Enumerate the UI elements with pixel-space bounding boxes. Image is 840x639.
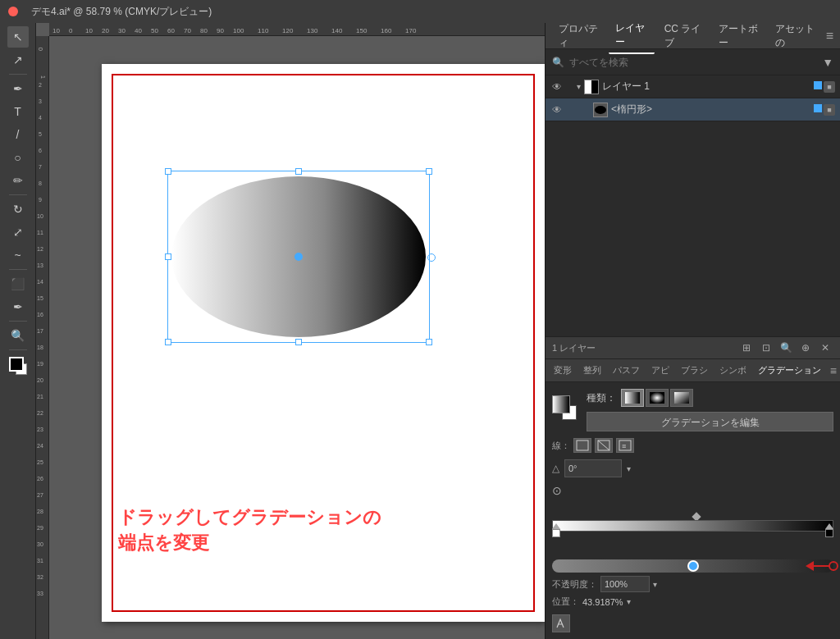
gradient-panel-tabs: 変形 整列 パスフ アピ ブラシ シンボ グラデーション ≡ bbox=[546, 359, 840, 382]
annotation-text: ドラッグしてグラデーションの 端点を変更 bbox=[118, 505, 381, 556]
svg-text:11: 11 bbox=[37, 230, 43, 235]
gradient-stop-left[interactable] bbox=[552, 523, 560, 537]
pen-tool[interactable]: ✒ bbox=[7, 78, 29, 99]
direct-selection-tool[interactable]: ↗ bbox=[7, 49, 29, 71]
warp-tool[interactable]: ~ bbox=[7, 244, 29, 266]
layer-color-ellipse bbox=[814, 104, 822, 112]
panel-menu-icon[interactable]: ≡ bbox=[826, 29, 833, 43]
title-bar: デモ4.ai* @ 58.79 % (CMYK/プレビュー) bbox=[0, 0, 840, 23]
tab-brushes[interactable]: ブラシ bbox=[676, 363, 713, 378]
svg-text:110: 110 bbox=[258, 27, 269, 34]
angle-dropdown[interactable]: ▾ bbox=[627, 464, 631, 473]
footer-delete-layer[interactable]: ✕ bbox=[817, 340, 833, 356]
svg-text:19: 19 bbox=[37, 361, 43, 367]
layer-thumb-btn-ellipse[interactable]: ■ bbox=[824, 104, 835, 116]
position-slider-thumb[interactable] bbox=[687, 560, 699, 572]
eye-icon-ellipse[interactable]: 👁 bbox=[550, 103, 564, 116]
search-input[interactable] bbox=[569, 57, 817, 68]
stroke-label: 線： bbox=[552, 440, 570, 452]
svg-text:0: 0 bbox=[37, 47, 44, 51]
gradient-tool[interactable]: ⬛ bbox=[7, 273, 29, 294]
svg-text:100: 100 bbox=[233, 27, 244, 34]
right-panel: プロパティ レイヤー CC ライブ アートボー アセットの ≡ 🔍 ▼ 👁 ▾ … bbox=[545, 23, 840, 639]
rotate-tool[interactable]: ↻ bbox=[7, 199, 29, 220]
fill-icon[interactable] bbox=[552, 395, 577, 420]
scale-tool[interactable]: ⤢ bbox=[7, 221, 29, 243]
radial-gradient-btn[interactable] bbox=[646, 389, 669, 407]
opacity-label: 不透明度： bbox=[552, 578, 597, 591]
svg-text:130: 130 bbox=[307, 27, 318, 34]
foreground-color[interactable] bbox=[9, 357, 27, 375]
zoom-tool[interactable]: 🔍 bbox=[7, 325, 29, 346]
gradient-type-row: 種類： グラデーションを bbox=[552, 389, 833, 431]
arrow-head-icon bbox=[806, 561, 814, 571]
tool-separator-5 bbox=[9, 349, 27, 350]
stroke-btn-3[interactable]: ≡ bbox=[616, 438, 634, 453]
svg-text:6: 6 bbox=[39, 148, 42, 153]
tab-align[interactable]: 整列 bbox=[578, 363, 606, 378]
position-slider-track[interactable] bbox=[552, 559, 833, 573]
canvas-area[interactable]: 10 0 10 20 30 40 50 60 70 80 90 100 110 … bbox=[36, 23, 545, 639]
filter-icon[interactable]: ▼ bbox=[822, 56, 833, 69]
color-swatches-area bbox=[9, 357, 27, 375]
svg-text:3: 3 bbox=[39, 98, 42, 104]
svg-text:18: 18 bbox=[37, 345, 43, 350]
stroke-btn-2[interactable] bbox=[595, 438, 613, 453]
link-icon[interactable]: ⊙ bbox=[552, 484, 562, 497]
tab-transform[interactable]: 変形 bbox=[549, 363, 577, 378]
gradient-panel-menu[interactable]: ≡ bbox=[830, 364, 837, 377]
freeform-gradient-btn[interactable] bbox=[670, 389, 693, 407]
position-slider-row bbox=[552, 559, 833, 573]
stroke-btn-1[interactable] bbox=[573, 438, 591, 453]
svg-text:40: 40 bbox=[135, 27, 142, 34]
tab-appearance[interactable]: アピ bbox=[646, 363, 674, 378]
paintbrush-tool[interactable]: ✏ bbox=[7, 170, 29, 191]
footer-make-sublayer[interactable]: ⊞ bbox=[738, 340, 755, 356]
svg-text:70: 70 bbox=[184, 27, 191, 34]
position-dropdown[interactable]: ▾ bbox=[627, 597, 631, 606]
svg-text:160: 160 bbox=[381, 27, 392, 34]
gradient-center-handle[interactable] bbox=[294, 253, 303, 261]
footer-export[interactable]: ⊡ bbox=[758, 340, 774, 356]
stroke-row: 線： ≡ bbox=[552, 438, 833, 453]
footer-zoom[interactable]: 🔍 bbox=[778, 340, 794, 356]
selection-tool[interactable]: ↖ bbox=[7, 26, 29, 48]
tab-gradient[interactable]: グラデーション bbox=[753, 363, 826, 378]
end-stop-marker[interactable] bbox=[829, 561, 838, 571]
tab-symbols[interactable]: シンボ bbox=[714, 363, 751, 378]
type-controls: 種類： グラデーションを bbox=[587, 389, 833, 431]
footer-add-layer[interactable]: ⊕ bbox=[797, 340, 814, 356]
svg-text:26: 26 bbox=[37, 476, 43, 482]
opacity-dropdown[interactable]: ▾ bbox=[653, 580, 657, 589]
layer-color-1 bbox=[814, 81, 822, 89]
shape-tool[interactable]: ○ bbox=[7, 147, 29, 168]
linear-gradient-btn[interactable] bbox=[621, 389, 644, 407]
edit-gradient-button[interactable]: グラデーションを編集 bbox=[587, 412, 833, 431]
expand-icon-layer1[interactable]: ▾ bbox=[577, 82, 581, 91]
ruler-top: 10 0 10 20 30 40 50 60 70 80 90 100 110 … bbox=[49, 23, 545, 36]
layer-thumb-btn-1[interactable]: ■ bbox=[824, 81, 835, 93]
eyedropper-tool[interactable]: ✒ bbox=[7, 296, 29, 317]
line-tool[interactable]: / bbox=[7, 124, 29, 145]
svg-text:28: 28 bbox=[37, 509, 43, 514]
gradient-stop-right[interactable] bbox=[825, 523, 833, 537]
angle-input[interactable] bbox=[564, 459, 622, 477]
color-picker-icon[interactable] bbox=[552, 614, 570, 632]
svg-line-64 bbox=[598, 440, 609, 450]
svg-text:90: 90 bbox=[217, 27, 224, 34]
close-button[interactable] bbox=[8, 7, 18, 16]
opacity-input[interactable] bbox=[600, 576, 650, 592]
type-tool[interactable]: T bbox=[7, 101, 29, 122]
gradient-color-bar[interactable] bbox=[552, 520, 833, 532]
svg-text:5: 5 bbox=[39, 131, 42, 137]
tool-separator-4 bbox=[9, 321, 27, 322]
ellipse-object[interactable] bbox=[167, 171, 430, 343]
fill-stroke-area bbox=[552, 395, 577, 425]
layers-footer: 1 レイヤー ⊞ ⊡ 🔍 ⊕ ✕ bbox=[546, 336, 840, 359]
svg-text:≡: ≡ bbox=[622, 442, 626, 450]
eye-icon-layer1[interactable]: 👁 bbox=[550, 80, 564, 94]
svg-text:80: 80 bbox=[200, 27, 208, 34]
layer-row-ellipse[interactable]: 👁 <楕円形> ■ bbox=[546, 98, 840, 121]
layer-row-1[interactable]: 👁 ▾ レイヤー 1 ■ bbox=[546, 75, 840, 98]
tab-pathfinder[interactable]: パスフ bbox=[608, 363, 645, 378]
